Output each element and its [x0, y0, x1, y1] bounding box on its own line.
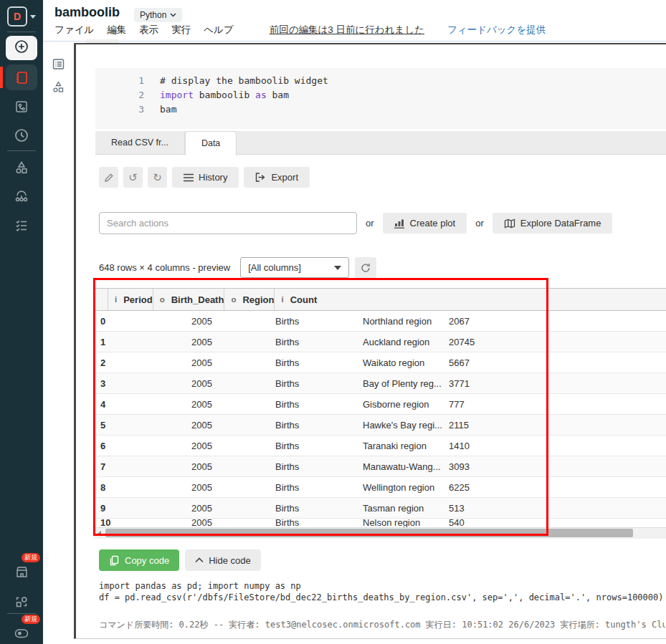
edit-button[interactable]	[99, 167, 118, 188]
table-of-contents-button[interactable]	[52, 57, 65, 74]
columns-dropdown-value: [All columns]	[248, 262, 301, 273]
search-actions-input[interactable]	[99, 212, 357, 234]
region-cell: Bay of Plenty reg...	[356, 378, 442, 389]
export-icon	[255, 173, 266, 182]
region-cell: Manawatu-Wang...	[356, 461, 442, 472]
pencil-icon	[104, 173, 114, 183]
menu-item[interactable]: 実行	[171, 24, 191, 35]
count-cell: 3093	[442, 461, 543, 472]
table-row[interactable]: 5 2005 Births Hawke's Bay regi... 2115	[94, 415, 666, 436]
line-number: 3	[95, 102, 160, 117]
sidebar-item-compute[interactable]	[0, 183, 43, 209]
bar-chart-icon	[394, 218, 405, 229]
bamboolib-toolbar: ↺ ↻ History Export	[99, 167, 310, 188]
period-cell: 2005	[185, 519, 269, 527]
count-cell: 5667	[442, 357, 543, 368]
create-plot-button[interactable]: Create plot	[383, 213, 467, 234]
period-cell: 2005	[185, 461, 269, 472]
table-header-cell[interactable]	[94, 289, 108, 310]
app-window: D	[0, 0, 666, 644]
table-row[interactable]: 4 2005 Births Gisborne region 777	[94, 394, 666, 415]
sidebar-item-preview-toggle[interactable]	[0, 620, 43, 644]
table-row[interactable]: 7 2005 Births Manawatu-Wang... 3093	[94, 456, 666, 477]
table-row[interactable]: 3 2005 Births Bay of Plenty reg... 3771	[94, 373, 666, 394]
birth-death-cell: Births	[269, 420, 356, 431]
period-cell: 2005	[185, 357, 269, 368]
table-header-cell[interactable]: iCount	[274, 289, 317, 310]
birth-death-cell: Births	[269, 461, 356, 472]
clock-icon	[14, 128, 29, 143]
count-cell: 1410	[442, 441, 543, 451]
history-button[interactable]: History	[172, 167, 239, 188]
chevron-down-icon	[30, 15, 36, 19]
sidebar-item-partner-connect[interactable]	[0, 589, 43, 615]
region-cell: Gisborne region	[356, 399, 442, 410]
table-row[interactable]: 9 2005 Births Tasman region 513	[94, 498, 666, 519]
menu-item[interactable]: ヘルプ	[204, 24, 233, 35]
repos-icon	[14, 99, 29, 115]
table-row[interactable]: 2 2005 Births Waikato region 5667	[94, 352, 666, 373]
scroll-left-arrow-icon[interactable]	[97, 531, 101, 537]
sidebar-item-workspace[interactable]	[0, 64, 43, 90]
table-header-cell[interactable]: oRegion	[224, 289, 274, 310]
create-plot-label: Create plot	[410, 218, 456, 229]
dtype-icon: o	[231, 295, 236, 304]
columns-dropdown[interactable]: [All columns]	[240, 257, 349, 278]
cell-toolbar-fragment	[86, 39, 119, 43]
scrollbar-thumb[interactable]	[105, 529, 633, 537]
table-row[interactable]: 8 2005 Births Wellington region 6225	[94, 477, 666, 498]
menu-item[interactable]: ファイル	[54, 24, 94, 35]
birth-death-cell: Births	[269, 337, 356, 347]
hide-code-button[interactable]: Hide code	[185, 549, 261, 571]
column-name: Count	[290, 294, 318, 305]
language-label: Python	[140, 10, 166, 20]
birth-death-cell: Births	[269, 503, 356, 514]
table-row[interactable]: 0 2005 Births Northland region 2067	[94, 311, 666, 332]
birth-death-cell: Births	[269, 378, 356, 389]
table-row[interactable]: 1 2005 Births Auckland region 20745	[94, 332, 666, 352]
table-row[interactable]: 10 2005 Births Nelson region 540	[94, 519, 666, 527]
data-shapes-icon	[14, 160, 29, 176]
sidebar-item-repos[interactable]	[0, 94, 43, 120]
code-editor[interactable]: 1 # display the bamboolib widget 2 impor…	[95, 68, 666, 129]
language-selector[interactable]: Python	[134, 8, 182, 22]
menu-item[interactable]: 編集	[107, 24, 126, 35]
tab[interactable]: Read CSV fr...	[95, 131, 185, 154]
redo-button[interactable]: ↻	[148, 167, 167, 188]
table-header-row: iPeriodoBirth_DeathoRegioniCount	[94, 288, 666, 311]
menu-item[interactable]: 表示	[139, 24, 158, 35]
checklist-icon	[14, 217, 29, 233]
table-header-cell[interactable]: oBirth_Death	[153, 289, 224, 310]
databricks-logo: D	[7, 6, 27, 27]
sidebar-item-marketplace[interactable]	[0, 559, 43, 585]
row-index-cell: 5	[94, 420, 185, 431]
explore-dataframe-button[interactable]: Explore DataFrame	[493, 213, 613, 234]
history-label: History	[199, 172, 227, 183]
sidebar-item-workflows[interactable]	[0, 212, 43, 238]
sidebar-item-recents[interactable]	[0, 122, 43, 148]
export-button[interactable]: Export	[244, 167, 310, 188]
period-cell: 2005	[185, 378, 269, 389]
empty-cell	[543, 519, 666, 527]
new-button[interactable]	[6, 36, 37, 60]
dropdown-caret-icon	[334, 266, 341, 270]
copy-code-button[interactable]: Copy code	[99, 549, 179, 571]
databricks-logo-menu[interactable]: D	[0, 6, 43, 27]
row-index-cell: 3	[94, 378, 185, 389]
schema-browser-button[interactable]	[52, 80, 65, 97]
sidebar-item-data[interactable]	[0, 155, 43, 181]
region-cell: Taranaki region	[356, 441, 442, 451]
last-edit-link[interactable]: 前回の編集は3 日前に行われました	[270, 24, 424, 37]
refresh-button[interactable]	[355, 257, 376, 278]
table-header-cell[interactable]: iPeriod	[108, 289, 153, 310]
region-cell: Auckland region	[356, 337, 442, 347]
export-label: Export	[271, 172, 298, 183]
table-row[interactable]: 6 2005 Births Taranaki region 1410	[94, 436, 666, 456]
sidebar-divider	[7, 150, 36, 151]
code-line: 1 # display the bamboolib widget	[95, 74, 666, 88]
notebook-header: bamboolib Python ファイル編集表示実行ヘルプ 前回の編集は3 日…	[43, 0, 666, 42]
undo-button[interactable]: ↺	[123, 167, 143, 188]
horizontal-scrollbar[interactable]	[94, 527, 666, 539]
feedback-link[interactable]: フィードバックを提供	[447, 24, 546, 37]
tab[interactable]: Data	[185, 131, 237, 155]
